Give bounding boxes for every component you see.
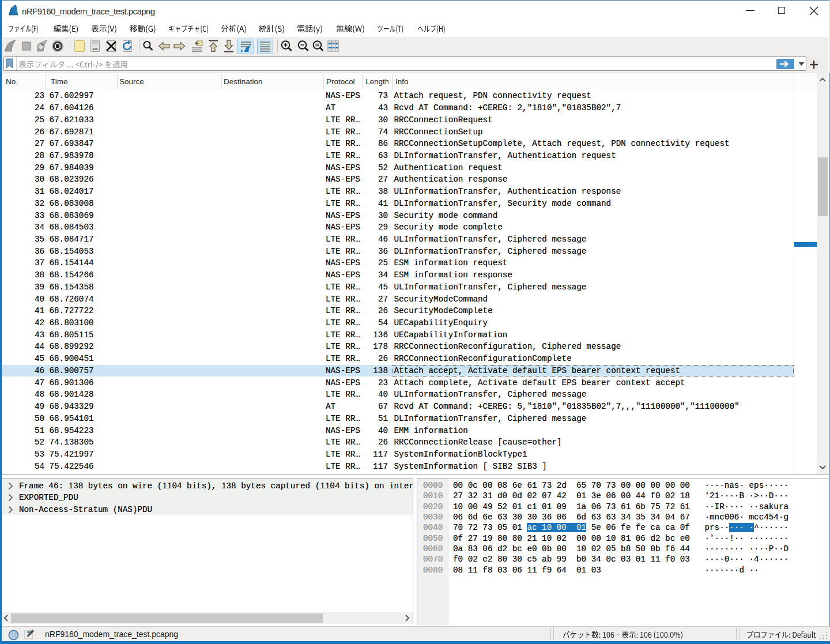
svg-text:010: 010 xyxy=(93,48,97,51)
